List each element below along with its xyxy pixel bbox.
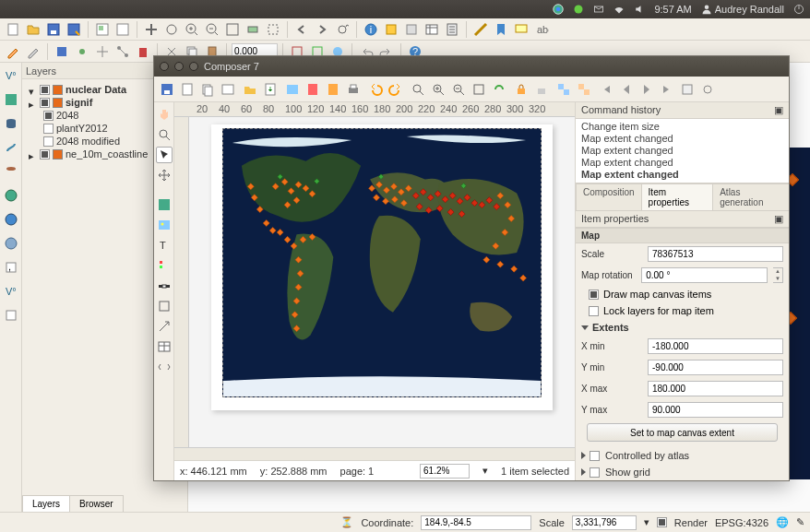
lock-layers-checkbox[interactable]: [589, 306, 599, 316]
user-menu[interactable]: Audrey Randall: [701, 4, 784, 15]
rotation-field-input[interactable]: [641, 267, 768, 283]
network-icon[interactable]: [613, 4, 625, 15]
layer-checkbox[interactable]: [40, 149, 50, 160]
zoom-tool-icon[interactable]: [156, 126, 173, 143]
add-map-icon[interactable]: [156, 196, 173, 213]
zoom-out-icon[interactable]: [203, 20, 221, 39]
composer-h-scrollbar[interactable]: [174, 447, 575, 460]
composer-page-area[interactable]: [189, 117, 575, 447]
toggle-edit-icon[interactable]: [24, 42, 42, 61]
add-virtual-icon[interactable]: V°: [2, 282, 20, 301]
open-project-icon[interactable]: [24, 20, 42, 39]
xmin-input[interactable]: [648, 338, 783, 354]
select-icon[interactable]: [382, 20, 400, 39]
refresh-view-icon[interactable]: [490, 80, 508, 99]
tab-layers[interactable]: Layers: [22, 495, 70, 512]
layer-label[interactable]: plantY2012: [56, 123, 108, 134]
add-label-icon[interactable]: T: [156, 237, 173, 254]
tab-composition[interactable]: Composition: [576, 183, 642, 210]
annotations-icon[interactable]: [512, 20, 530, 39]
deselect-icon[interactable]: [402, 20, 421, 39]
controlled-by-atlas-section[interactable]: Controlled by atlas: [576, 447, 789, 464]
ymax-input[interactable]: [648, 402, 783, 418]
window-close-icon[interactable]: [160, 62, 169, 71]
new-composer-icon[interactable]: [113, 20, 132, 39]
edit-pencil-icon[interactable]: [4, 42, 22, 61]
group-icon[interactable]: [554, 80, 573, 99]
zoom-next-icon[interactable]: [313, 20, 331, 39]
save-icon[interactable]: [158, 80, 176, 99]
layer-checkbox[interactable]: [40, 98, 50, 108]
add-table-icon[interactable]: [156, 338, 173, 355]
bookmarks-icon[interactable]: [492, 20, 510, 39]
scale-dropdown-icon[interactable]: ▾: [644, 516, 649, 528]
history-item[interactable]: Map extent changed: [581, 169, 783, 181]
tab-item-properties[interactable]: Item properties: [641, 183, 714, 210]
add-scalebar-icon[interactable]: [156, 278, 173, 294]
draw-canvas-checkbox[interactable]: [589, 290, 599, 300]
field-calc-icon[interactable]: [443, 20, 461, 39]
composer-map-item[interactable]: [222, 128, 542, 397]
add-postgis-icon[interactable]: [2, 114, 20, 133]
history-item[interactable]: Map extent changed: [581, 133, 783, 145]
zoom-dropdown-icon[interactable]: ▾: [482, 465, 488, 477]
composer-manager-icon[interactable]: [93, 20, 112, 39]
coord-input[interactable]: [421, 515, 531, 530]
new-shapefile-icon[interactable]: [2, 306, 20, 325]
select-tool-icon[interactable]: [156, 147, 173, 163]
layer-label[interactable]: nuclear Data: [66, 84, 126, 95]
add-vector-icon[interactable]: V°: [2, 66, 20, 85]
atlas-prev-icon[interactable]: [617, 80, 636, 99]
add-spatialite-icon[interactable]: [2, 138, 20, 157]
node-tool-icon[interactable]: [113, 42, 132, 61]
zoom-in-icon[interactable]: [429, 80, 447, 99]
window-min-icon[interactable]: [174, 62, 184, 71]
zoom-full-icon[interactable]: [409, 80, 427, 99]
move-content-icon[interactable]: [156, 167, 173, 183]
export-image-icon[interactable]: [283, 80, 302, 99]
tab-browser[interactable]: Browser: [69, 495, 124, 512]
atlas-next-icon[interactable]: [637, 80, 656, 99]
layer-label[interactable]: 2048 modified: [56, 136, 120, 147]
add-html-icon[interactable]: [156, 359, 173, 375]
pan-icon[interactable]: [142, 20, 161, 39]
duplicate-icon[interactable]: [198, 80, 217, 99]
manager-icon[interactable]: [219, 80, 237, 99]
layer-checkbox[interactable]: [40, 85, 50, 95]
zoom-selection-icon[interactable]: [264, 20, 282, 39]
layer-checkbox[interactable]: [43, 136, 54, 147]
add-delimited-icon[interactable]: ,: [2, 258, 20, 277]
history-item[interactable]: Change item size: [581, 121, 783, 133]
measure-icon[interactable]: [471, 20, 490, 39]
zoom-full-icon[interactable]: [223, 20, 242, 39]
rotation-spinner[interactable]: ▲▼: [773, 267, 783, 283]
save-template-icon[interactable]: [261, 80, 280, 99]
redo-icon[interactable]: [387, 80, 405, 99]
add-legend-icon[interactable]: [156, 257, 173, 274]
add-feature-icon[interactable]: [73, 42, 91, 61]
atlas-first-icon[interactable]: [597, 80, 615, 99]
atlas-settings-icon[interactable]: [698, 80, 717, 99]
zoom-actual-icon[interactable]: [470, 80, 488, 99]
save-project-icon[interactable]: [44, 20, 63, 39]
layer-label[interactable]: ne_10m_coastline: [66, 148, 148, 160]
move-feature-icon[interactable]: [93, 42, 112, 61]
layer-checkbox[interactable]: [43, 111, 54, 121]
add-image-icon[interactable]: [156, 217, 173, 233]
add-arrow-icon[interactable]: [156, 318, 173, 335]
atlas-checkbox[interactable]: [590, 451, 600, 461]
add-wms-icon[interactable]: [2, 186, 20, 205]
labels-icon[interactable]: abc: [532, 20, 551, 39]
history-item[interactable]: Map extent changed: [581, 157, 783, 169]
zoom-out-icon[interactable]: [449, 80, 468, 99]
add-shape-icon[interactable]: [156, 298, 173, 314]
unlock-icon[interactable]: [532, 80, 551, 99]
render-checkbox[interactable]: [657, 517, 667, 527]
updates-icon[interactable]: [573, 4, 584, 15]
grid-checkbox[interactable]: [590, 467, 600, 478]
new-project-icon[interactable]: [4, 20, 22, 39]
add-mssql-icon[interactable]: [2, 162, 20, 181]
zoom-layer-icon[interactable]: [244, 20, 262, 39]
chrome-icon[interactable]: [553, 4, 564, 15]
composer-zoom-input[interactable]: [420, 464, 470, 479]
